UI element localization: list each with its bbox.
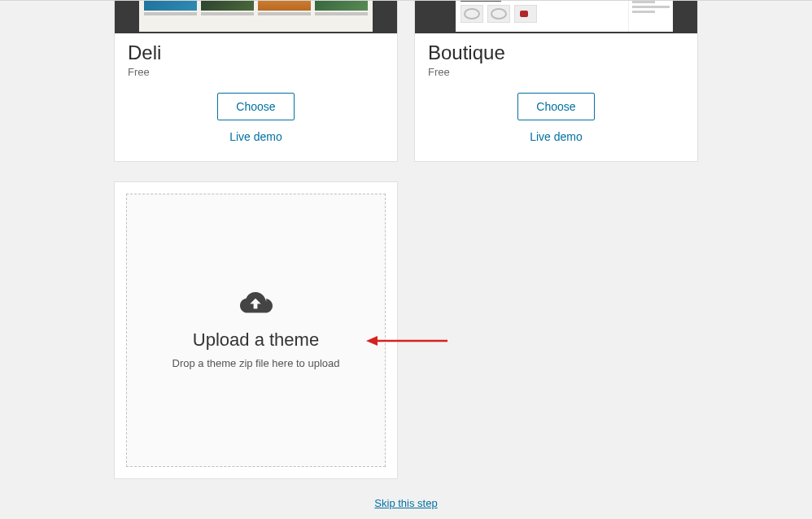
theme-card-boutique: Boutique Free Choose Live demo [414, 0, 698, 162]
skip-step-link[interactable]: Skip this step [374, 497, 437, 509]
choose-button[interactable]: Choose [517, 93, 594, 120]
theme-thumbnail [415, 1, 697, 33]
upload-dropzone[interactable]: Upload a theme Drop a theme zip file her… [126, 194, 386, 467]
theme-thumbnail [115, 1, 397, 33]
theme-title: Deli [128, 41, 384, 64]
theme-card-deli: Deli Free Choose Live demo [114, 0, 398, 162]
upload-theme-card: Upload a theme Drop a theme zip file her… [114, 181, 398, 479]
theme-title: Boutique [428, 41, 684, 64]
cloud-upload-icon [240, 292, 273, 318]
live-demo-link[interactable]: Live demo [530, 130, 583, 143]
upload-title: Upload a theme [193, 329, 319, 351]
theme-price: Free [128, 66, 384, 78]
choose-button[interactable]: Choose [217, 93, 294, 120]
theme-price: Free [428, 66, 684, 78]
upload-subtitle: Drop a theme zip file here to upload [172, 357, 340, 369]
live-demo-link[interactable]: Live demo [229, 130, 282, 143]
